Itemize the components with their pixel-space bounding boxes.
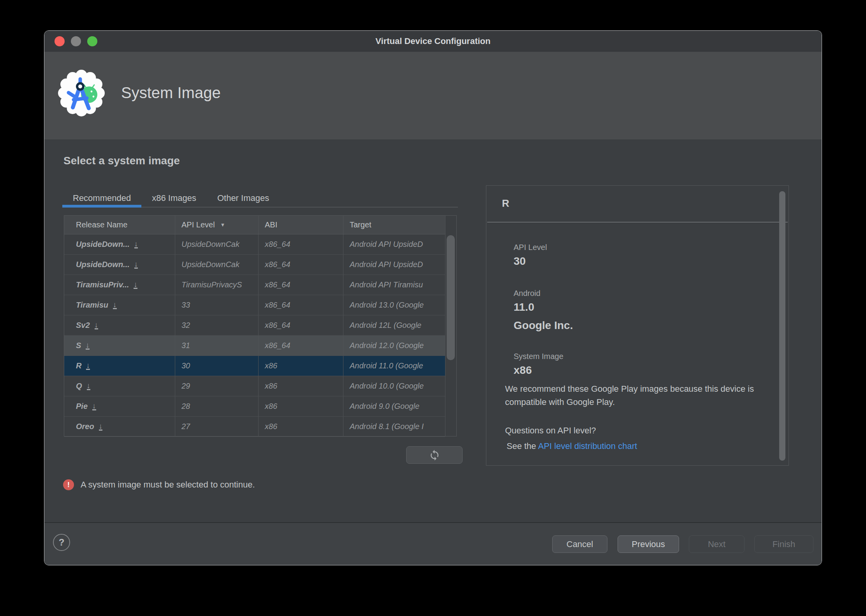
api-level-cell: 30 (175, 356, 259, 376)
table-content: Release Name API Level ABI Target Upside… (64, 216, 445, 436)
api-level-cell: 32 (175, 315, 259, 335)
api-distribution-chart-link[interactable]: API level distribution chart (538, 441, 637, 451)
image-detail-panel: R API Level 30 Android 11.0 Google Inc. … (486, 185, 789, 466)
download-icon[interactable] (99, 423, 103, 431)
table-scrollbar-thumb[interactable] (447, 235, 455, 360)
download-icon[interactable] (86, 342, 90, 350)
target-cell: Android 8.1 (Google I (343, 417, 445, 436)
release-name-cell: S (64, 336, 175, 356)
api-level-cell: 31 (175, 336, 259, 356)
cancel-button[interactable]: Cancel (552, 535, 607, 553)
dialog-footer: ? Cancel Previous Next Finish (44, 522, 822, 565)
download-icon[interactable] (92, 403, 96, 410)
detail-separator (487, 222, 788, 222)
tab-recommended[interactable]: Recommended (62, 189, 141, 207)
next-button[interactable]: Next (689, 535, 745, 553)
target-cell: Android API UpsideD (343, 255, 445, 275)
api-level-cell: 27 (175, 417, 259, 436)
target-cell: Android 12L (Google (343, 315, 445, 335)
table-row[interactable]: Pie 28 x86 Android 9.0 (Google (64, 396, 445, 417)
target-cell: Android 12.0 (Google (343, 336, 445, 356)
table-header-row: Release Name API Level ABI Target (64, 216, 445, 234)
download-icon[interactable] (134, 281, 137, 289)
table-row[interactable]: Sv2 32 x86_64 Android 12L (Google (64, 315, 445, 336)
table-scrollbar-track[interactable] (445, 216, 456, 436)
android-vendor: Google Inc. (514, 319, 573, 332)
see-the-text: See the API level distribution chart (507, 441, 637, 451)
release-name-cell: Q (64, 376, 175, 396)
column-header-release-name[interactable]: Release Name (64, 216, 175, 234)
api-level-cell: UpsideDownCak (175, 255, 259, 275)
target-cell: Android 13.0 (Google (343, 295, 445, 315)
table-row[interactable]: Q 29 x86 Android 10.0 (Google (64, 376, 445, 396)
target-cell: Android API Tiramisu (343, 275, 445, 295)
download-icon[interactable] (134, 261, 138, 269)
desktop-background: Virtual Device Configuration (0, 0, 866, 616)
download-icon[interactable] (86, 362, 90, 370)
android-label: Android (514, 289, 540, 298)
refresh-button[interactable] (406, 446, 463, 464)
abi-cell: x86_64 (259, 315, 343, 335)
download-icon[interactable] (87, 382, 91, 390)
table-row-selected[interactable]: R 30 x86 Android 11.0 (Google (64, 356, 445, 376)
help-button[interactable]: ? (53, 534, 70, 551)
validation-error: ! A system image must be selected to con… (63, 479, 255, 490)
download-icon[interactable] (95, 322, 99, 329)
target-cell: Android 11.0 (Google (343, 356, 445, 376)
column-header-api-level[interactable]: API Level (175, 216, 259, 234)
table-row[interactable]: UpsideDown... UpsideDownCak x86_64 Andro… (64, 234, 445, 255)
release-name-cell: Oreo (64, 417, 175, 436)
api-level-cell: TiramisuPrivacyS (175, 275, 259, 295)
zoom-button[interactable] (87, 36, 97, 46)
release-name-cell: Sv2 (64, 315, 175, 335)
refresh-icon (429, 449, 440, 461)
column-header-abi[interactable]: ABI (259, 216, 343, 234)
sort-desc-icon (220, 216, 225, 234)
column-header-target[interactable]: Target (343, 216, 445, 234)
download-icon[interactable] (113, 301, 117, 309)
window-title: Virtual Device Configuration (44, 31, 822, 52)
api-level-label: API Level (514, 243, 547, 252)
table-row[interactable]: TiramisuPriv... TiramisuPrivacyS x86_64 … (64, 275, 445, 295)
api-question-text: Questions on API level? (505, 426, 596, 436)
close-button[interactable] (55, 36, 65, 46)
api-level-cell: 28 (175, 396, 259, 416)
abi-cell: x86_64 (259, 295, 343, 315)
previous-button[interactable]: Previous (618, 535, 679, 553)
release-name-cell: Pie (64, 396, 175, 416)
system-image-table: Release Name API Level ABI Target Upside… (64, 215, 457, 436)
abi-cell: x86_64 (259, 275, 343, 295)
wizard-header: System Image (44, 52, 822, 139)
download-icon[interactable] (134, 241, 138, 248)
target-cell: Android 10.0 (Google (343, 376, 445, 396)
recommendation-text: We recommend these Google Play images be… (505, 382, 778, 409)
table-row[interactable]: Tiramisu 33 x86_64 Android 13.0 (Google (64, 295, 445, 315)
release-name-cell: UpsideDown... (64, 234, 175, 254)
step-title: System Image (121, 84, 221, 102)
virtual-device-configuration-dialog: Virtual Device Configuration (44, 30, 822, 565)
abi-cell: x86 (259, 417, 343, 436)
abi-cell: x86 (259, 376, 343, 396)
tab-x86-images[interactable]: x86 Images (141, 189, 207, 207)
minimize-button[interactable] (71, 36, 81, 46)
api-level-cell: 29 (175, 376, 259, 396)
traffic-lights (55, 36, 97, 46)
abi-cell: x86 (259, 356, 343, 376)
target-cell: Android API UpsideD (343, 234, 445, 254)
table-row-hovered[interactable]: S 31 x86_64 Android 12.0 (Google (64, 336, 445, 356)
system-image-value: x86 (514, 364, 532, 377)
section-heading: Select a system image (63, 155, 180, 167)
finish-button[interactable]: Finish (754, 535, 813, 553)
panel-scrollbar-thumb[interactable] (779, 191, 785, 461)
tab-other-images[interactable]: Other Images (207, 189, 280, 207)
table-row[interactable]: Oreo 27 x86 Android 8.1 (Google I (64, 417, 445, 437)
api-level-cell: UpsideDownCak (175, 234, 259, 254)
table-row[interactable]: UpsideDown... UpsideDownCak x86_64 Andro… (64, 255, 445, 275)
android-studio-logo (58, 70, 105, 116)
titlebar: Virtual Device Configuration (44, 31, 822, 52)
release-name-cell: TiramisuPriv... (64, 275, 175, 295)
target-cell: Android 9.0 (Google (343, 396, 445, 416)
android-version: 11.0 (514, 301, 534, 313)
detail-title: R (502, 197, 509, 209)
footer-buttons: Cancel Previous Next Finish (552, 535, 813, 553)
